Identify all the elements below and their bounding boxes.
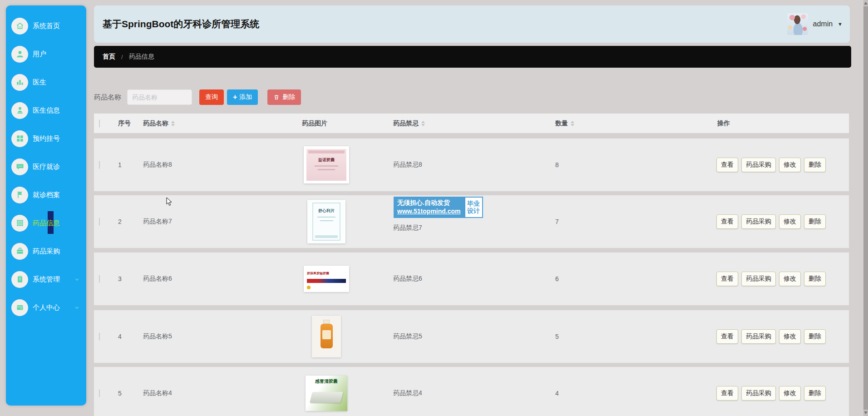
- edit-button[interactable]: 修改: [779, 158, 801, 172]
- sidebar-item-label: 医生: [33, 78, 46, 87]
- medicine-taboo: 药品禁忌4: [393, 389, 422, 397]
- select-all-checkbox[interactable]: [99, 119, 100, 128]
- wallet-icon: [11, 299, 28, 316]
- row-actions: 查看 药品采购 修改 删除: [716, 158, 826, 172]
- view-button[interactable]: 查看: [716, 214, 738, 229]
- view-button[interactable]: 查看: [716, 272, 738, 286]
- medicine-quantity: 7: [555, 218, 559, 225]
- purchase-button[interactable]: 药品采购: [741, 329, 776, 344]
- sidebar: 系统首页 用户 医生 医生信息 预约挂号: [6, 5, 86, 406]
- medicine-image-label: 益诺胶囊: [318, 157, 335, 163]
- sidebar-item-system-management[interactable]: 系统管理: [6, 265, 86, 293]
- plus-icon: +: [233, 94, 237, 101]
- edit-button[interactable]: 修改: [779, 386, 801, 401]
- header-index: 序号: [118, 119, 131, 128]
- user-menu[interactable]: admin ▼: [787, 13, 843, 35]
- row-index: 1: [118, 161, 122, 168]
- sidebar-item-users[interactable]: 用户: [6, 40, 86, 68]
- scroll-up-arrow-icon[interactable]: [864, 2, 868, 5]
- chat-bubble-icon: [11, 158, 28, 175]
- row-checkbox[interactable]: [99, 218, 100, 226]
- medicine-image: 胶体果胶铋胶囊: [304, 266, 349, 292]
- table-row: 5 药品名称4 感冒清胶囊 药品禁忌4 4 查看 药品采购 修改 删除: [94, 367, 849, 416]
- header-name-label: 药品名称: [143, 119, 168, 128]
- medicine-quantity: 8: [555, 161, 559, 168]
- row-delete-button[interactable]: 删除: [804, 158, 826, 172]
- medicine-image-label: 感冒清胶囊: [307, 378, 345, 385]
- view-button[interactable]: 查看: [716, 158, 738, 172]
- sort-icon[interactable]: [421, 121, 425, 126]
- sidebar-item-doctor-info[interactable]: 医生信息: [6, 96, 86, 124]
- purchase-button[interactable]: 药品采购: [741, 386, 776, 401]
- row-actions: 查看 药品采购 修改 删除: [716, 214, 826, 229]
- medicine-image: 舒心利片: [307, 200, 345, 243]
- purchase-button[interactable]: 药品采购: [741, 158, 776, 172]
- medicine-quantity: 4: [555, 390, 559, 397]
- medicine-name: 药品名称5: [143, 332, 172, 341]
- row-checkbox[interactable]: [99, 332, 100, 341]
- medicine-image-label: 胶体果胶铋胶囊: [307, 272, 329, 275]
- medicine-name: 药品名称8: [143, 161, 172, 169]
- sidebar-item-label: 就诊档案: [33, 191, 60, 199]
- sidebar-item-personal-center[interactable]: 个人中心: [6, 293, 86, 322]
- sidebar-item-medicine-purchase[interactable]: 药品采购: [6, 237, 86, 265]
- page: 系统首页 用户 医生 医生信息 预约挂号: [0, 0, 868, 416]
- medicine-image: 感冒清胶囊: [306, 376, 347, 411]
- row-actions: 查看 药品采购 修改 删除: [716, 272, 826, 286]
- search-button[interactable]: 查询: [199, 89, 224, 105]
- delete-button[interactable]: 删除: [267, 89, 301, 105]
- watermark-text: 无须担心.自动发货 www.51topmind.com: [394, 197, 464, 218]
- watermark-badge-line1: 毕业: [467, 200, 480, 207]
- row-delete-button[interactable]: 删除: [804, 272, 826, 286]
- row-checkbox[interactable]: [99, 275, 100, 283]
- sort-icon[interactable]: [171, 121, 175, 126]
- medicine-quantity: 6: [555, 275, 559, 282]
- header-taboo-label: 药品禁忌: [393, 119, 419, 128]
- row-checkbox[interactable]: [99, 389, 100, 397]
- chevron-down-icon: [74, 305, 80, 311]
- row-delete-button[interactable]: 删除: [804, 386, 826, 401]
- row-delete-button[interactable]: 删除: [804, 329, 826, 344]
- view-button[interactable]: 查看: [716, 329, 738, 344]
- grid-3x3-icon: [11, 215, 28, 232]
- sidebar-item-medicine-info[interactable]: 药品信息: [6, 209, 86, 237]
- edit-button[interactable]: 修改: [779, 272, 801, 286]
- add-button[interactable]: + 添加: [227, 89, 258, 105]
- sidebar-item-visit-records[interactable]: 就诊档案: [6, 181, 86, 209]
- sidebar-item-doctors[interactable]: 医生: [6, 68, 86, 96]
- purchase-button[interactable]: 药品采购: [741, 214, 776, 229]
- watermark-ad[interactable]: 无须担心.自动发货 www.51topmind.com 毕业 设计: [394, 197, 483, 218]
- user-icon: [11, 46, 28, 63]
- sidebar-item-appointments[interactable]: 预约挂号: [6, 124, 86, 153]
- header-image: 药品图片: [302, 119, 327, 128]
- header-quantity-label: 数量: [555, 119, 568, 128]
- watermark-badge-line2: 设计: [467, 207, 480, 214]
- view-button[interactable]: 查看: [716, 386, 738, 401]
- sidebar-item-medical-visits[interactable]: 医疗就诊: [6, 153, 86, 181]
- sort-icon[interactable]: [571, 121, 574, 126]
- sidebar-item-label: 预约挂号: [33, 134, 60, 143]
- sidebar-item-label: 系统管理: [33, 275, 60, 284]
- row-delete-button[interactable]: 删除: [804, 214, 826, 229]
- breadcrumb-home-link[interactable]: 首页: [103, 53, 115, 61]
- sidebar-item-home[interactable]: 系统首页: [6, 12, 86, 40]
- row-actions: 查看 药品采购 修改 删除: [716, 386, 826, 401]
- table-row: 1 药品名称8 益诺胶囊 药品禁忌8 8 查看 药品采购 修改 删除: [94, 139, 849, 191]
- medicine-table: 序号 药品名称 药品图片 药品禁忌 数量 操作 1 药品名称8: [94, 114, 849, 416]
- header-quantity: 数量: [555, 119, 574, 128]
- sidebar-item-label: 医生信息: [33, 106, 60, 115]
- filter-input[interactable]: [127, 89, 192, 105]
- scroll-down-arrow-icon[interactable]: [864, 411, 868, 414]
- scrollbar-thumb[interactable]: [863, 6, 868, 410]
- grid-2x2-icon: [11, 130, 28, 147]
- purchase-button[interactable]: 药品采购: [741, 272, 776, 286]
- watermark-url-link[interactable]: www.51topmind.com: [397, 207, 461, 216]
- sidebar-item-label: 用户: [33, 50, 46, 59]
- clipboard-icon: [11, 271, 28, 288]
- scrollbar[interactable]: [863, 0, 868, 416]
- edit-button[interactable]: 修改: [779, 214, 801, 229]
- row-checkbox[interactable]: [99, 161, 100, 169]
- avatar[interactable]: [787, 13, 808, 35]
- edit-button[interactable]: 修改: [779, 329, 801, 344]
- header-name: 药品名称: [143, 119, 175, 128]
